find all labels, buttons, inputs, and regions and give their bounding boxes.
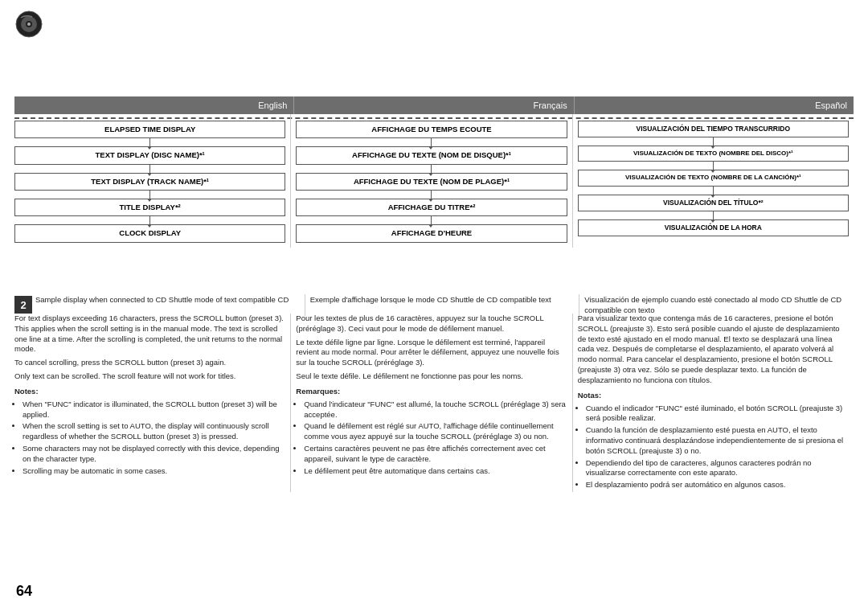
flowchart-french: AFFICHAGE DU TEMPS ECOUTE AFFICHAGE DU T… [296, 121, 567, 243]
disc-icon [14, 10, 43, 40]
en-para-2: Only text can be scrolled. The scroll fe… [14, 371, 285, 382]
fr-notes-list: Quand l'indicateur "FUNC" est allumé, la… [296, 400, 567, 477]
flow-arrow-fr-1 [431, 165, 432, 173]
col-spanish: VISUALIZACIÓN DEL TIEMPO TRANSCURRIDO VI… [573, 114, 854, 248]
flow-box-fr-0: AFFICHAGE DU TEMPS ECOUTE [296, 121, 567, 138]
body-text-english: For text displays exceeding 16 character… [14, 314, 285, 476]
fr-note-0: Quand l'indicateur "FUNC" est allumé, la… [304, 400, 567, 420]
sample-note-row: Sample display when connected to CD Shut… [35, 294, 854, 316]
flow-arrow-es-0 [713, 137, 714, 146]
lang-spanish: Español [575, 96, 854, 114]
flowchart-columns: ELAPSED TIME DISPLAY TEXT DISPLAY (DISC … [14, 114, 854, 248]
flowchart-english: ELAPSED TIME DISPLAY TEXT DISPLAY (DISC … [14, 121, 285, 243]
fr-para-1: Le texte défile ligne par ligne. Lorsque… [296, 338, 567, 368]
fr-para-0: Pour les textes de plus de 16 caractères… [296, 314, 567, 334]
body-col-french: Pour les textes de plus de 16 caractères… [291, 314, 572, 492]
step-badge-2: 2 [14, 296, 32, 314]
flow-arrow-es-3 [713, 211, 714, 219]
en-note-0: When "FUNC" indicator is illuminated, th… [23, 400, 285, 420]
flow-arrow-es-1 [713, 162, 714, 170]
flow-arrow-en-3 [149, 216, 150, 224]
body-text-french: Pour les textes de plus de 16 caractères… [296, 314, 567, 476]
col-french: AFFICHAGE DU TEMPS ECOUTE AFFICHAGE DU T… [291, 114, 572, 248]
language-header: English Français Español [14, 96, 854, 114]
es-notes-list: Cuando el indicador "FUNC" esté iluminad… [578, 404, 849, 491]
en-notes-list: When "FUNC" indicator is illuminated, th… [14, 400, 285, 477]
es-note-2: Dependiendo del tipo de caracteres, algu… [586, 458, 849, 479]
flow-arrow-es-2 [713, 187, 714, 195]
sample-note-english: Sample display when connected to CD Shut… [35, 294, 305, 316]
en-para-1: To cancel scrolling, press the SCROLL bu… [14, 358, 285, 368]
es-para-0: Para visualizar texto que contenga más d… [578, 314, 849, 386]
en-note-3: Scrolling may be automatic in some cases… [23, 466, 285, 477]
body-text-spanish: Para visualizar texto que contenga más d… [578, 314, 849, 490]
flow-arrow-fr-3 [431, 216, 432, 224]
en-para-0: For text displays exceeding 16 character… [14, 314, 285, 355]
page-number: 64 [16, 583, 32, 600]
en-notes-header: Notes: [14, 387, 285, 397]
lang-english: English [14, 96, 294, 114]
lang-french: Français [294, 96, 574, 114]
col-english: ELAPSED TIME DISPLAY TEXT DISPLAY (DISC … [14, 114, 291, 248]
fr-para-2: Seul le texte défile. Le défilement ne f… [296, 371, 567, 382]
fr-note-3: Le défilement peut être automatique dans… [304, 466, 567, 477]
svg-point-3 [27, 23, 31, 26]
flow-arrow-fr-2 [431, 191, 432, 199]
fr-note-2: Certains caractères peuvent ne pas être … [304, 444, 567, 465]
fr-note-1: Quand le défilement est réglé sur AUTO, … [304, 421, 567, 442]
fr-notes-header: Remarques: [296, 387, 567, 397]
flow-arrow-en-2 [149, 191, 150, 199]
es-note-1: Cuando la función de desplazamiento esté… [586, 425, 849, 456]
flow-box-en-0: ELAPSED TIME DISPLAY [14, 121, 285, 138]
body-col-spanish: Para visualizar texto que contenga más d… [573, 314, 854, 492]
es-notes-header: Notas: [578, 391, 849, 401]
es-note-3: El desplazamiento podrá ser automático e… [586, 480, 849, 490]
body-col-english: For text displays exceeding 16 character… [14, 314, 291, 492]
en-note-2: Some characters may not be displayed cor… [23, 444, 285, 465]
sample-note-spanish: Visualización de ejemplo cuando esté con… [579, 294, 854, 316]
es-note-0: Cuando el indicador "FUNC" esté iluminad… [586, 404, 849, 424]
flow-arrow-en-1 [149, 165, 150, 173]
flow-box-es-0: VISUALIZACIÓN DEL TIEMPO TRANSCURRIDO [578, 121, 849, 137]
flow-arrow-fr-0 [431, 138, 432, 146]
sample-note-french: Exemple d'affichage lorsque le mode CD S… [305, 294, 580, 316]
flowchart-spanish: VISUALIZACIÓN DEL TIEMPO TRANSCURRIDO VI… [578, 121, 849, 236]
flow-arrow-en-0 [149, 138, 150, 146]
en-note-1: When the scroll setting is set to AUTO, … [23, 421, 285, 442]
body-columns: For text displays exceeding 16 character… [14, 314, 854, 492]
